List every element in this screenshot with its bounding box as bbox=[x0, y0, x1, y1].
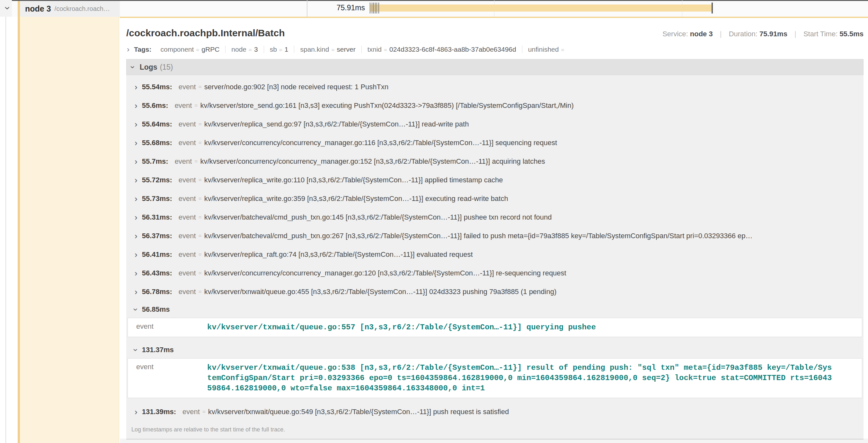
chevron-right-icon: › bbox=[134, 232, 137, 240]
log-field-value: kv/kvserver/txnwait/queue.go:538 [n3,s3,… bbox=[207, 363, 834, 394]
log-row[interactable]: ›56.78ms:event=kv/kvserver/txnwait/queue… bbox=[126, 282, 864, 301]
start-time-label: Start Time: bbox=[803, 30, 837, 38]
log-tick-end bbox=[712, 3, 713, 13]
chevron-right-icon: › bbox=[134, 101, 137, 110]
tags-label: Tags: bbox=[134, 45, 151, 53]
log-row[interactable]: ›55.64ms:event=kv/kvserver/replica_send.… bbox=[126, 115, 864, 134]
log-tick bbox=[370, 3, 370, 13]
span-meta: Service: node 3 | Duration: 75.91ms | St… bbox=[662, 30, 864, 38]
log-tick bbox=[378, 3, 379, 13]
tag-component: component=gRPC bbox=[155, 45, 225, 53]
tags-accordion[interactable]: › Tags: component=gRPC node=3 sb=1 span.… bbox=[126, 45, 864, 59]
column-resizer[interactable] bbox=[307, 0, 307, 17]
span-name-tab[interactable]: node 3 /cockroach.roach… bbox=[20, 1, 120, 17]
log-field-value: kv/kvserver/txnwait/queue.go:557 [n3,s3,… bbox=[207, 322, 834, 333]
duration-value: 75.91ms bbox=[760, 30, 787, 38]
log-row-expanded[interactable]: ›56.85ms bbox=[126, 301, 864, 318]
span-duration-bar[interactable] bbox=[370, 4, 712, 11]
chevron-right-icon: › bbox=[127, 45, 129, 53]
meta-separator: | bbox=[795, 30, 796, 38]
log-detail-table: event kv/kvserver/txnwait/queue.go:557 [… bbox=[127, 318, 862, 337]
log-field-key: event bbox=[128, 363, 207, 394]
log-row[interactable]: ›55.6ms:event=kv/kvserver/store_send.go:… bbox=[126, 96, 864, 115]
span-duration-label: 75.91ms bbox=[337, 3, 365, 12]
chevron-right-icon: › bbox=[134, 120, 137, 128]
logs-count: (15) bbox=[160, 63, 173, 72]
chevron-right-icon: › bbox=[134, 213, 137, 222]
chevron-right-icon: › bbox=[134, 157, 137, 166]
log-row[interactable]: ›55.68ms:event=kv/kvserver/concurrency/c… bbox=[126, 134, 864, 152]
chevron-right-icon: › bbox=[134, 269, 137, 277]
logs-footer-note: Log timestamps are relative to the start… bbox=[126, 421, 864, 439]
log-field-key: event bbox=[128, 322, 207, 333]
log-tick bbox=[376, 3, 377, 13]
row-top-border bbox=[12, 0, 868, 1]
tag-unfinished: unfinished= bbox=[522, 45, 572, 53]
meta-separator: | bbox=[720, 30, 722, 38]
chevron-right-icon: › bbox=[134, 408, 137, 416]
log-row-expanded[interactable]: ›131.37ms bbox=[126, 342, 864, 358]
log-row[interactable]: ›55.73ms:event=kv/kvserver/replica_write… bbox=[126, 190, 864, 208]
log-detail-table: event kv/kvserver/txnwait/queue.go:538 [… bbox=[127, 358, 862, 398]
tag-txnid: txnid=024d3323-6c8f-4863-aa8b-37ab0e6349… bbox=[362, 45, 522, 53]
log-row[interactable]: ›55.72ms:event=kv/kvserver/replica_write… bbox=[126, 171, 864, 190]
log-row[interactable]: ›56.37ms:event=kv/kvserver/batcheval/cmd… bbox=[126, 227, 864, 245]
log-row[interactable]: ›56.31ms:event=kv/kvserver/batcheval/cmd… bbox=[126, 208, 864, 227]
chevron-right-icon: › bbox=[134, 83, 137, 91]
selected-span-highlight-column bbox=[20, 17, 119, 443]
span-operation-name: /cockroach.roach… bbox=[55, 5, 110, 12]
log-tick bbox=[372, 3, 372, 13]
log-row[interactable]: ›56.43ms:event=kv/kvserver/concurrency/c… bbox=[126, 264, 864, 282]
tag-sb: sb=1 bbox=[264, 45, 294, 53]
log-row[interactable]: ›55.54ms:event=server/node.go:902 [n3] n… bbox=[126, 78, 864, 96]
span-detail-panel: /cockroach.roachpb.Internal/Batch Servic… bbox=[120, 17, 868, 439]
log-tick bbox=[375, 3, 375, 13]
log-row[interactable]: ›131.39ms:event=kv/kvserver/txnwait/queu… bbox=[126, 403, 864, 421]
span-color-bar bbox=[18, 1, 20, 443]
logs-accordion-header[interactable]: › Logs (15) bbox=[126, 59, 864, 75]
start-time-value: 55.5ms bbox=[839, 30, 864, 38]
chevron-down-icon: › bbox=[132, 308, 140, 311]
tag-node: node=3 bbox=[225, 45, 264, 53]
chevron-down-icon: › bbox=[129, 66, 137, 69]
chevron-right-icon: › bbox=[134, 287, 137, 296]
service-label: Service: bbox=[662, 30, 688, 38]
span-detail-title: /cockroach.roachpb.Internal/Batch bbox=[126, 28, 285, 38]
chevron-down-icon[interactable]: › bbox=[3, 6, 13, 10]
tag-span-kind: span.kind=server bbox=[294, 45, 362, 53]
log-row[interactable]: ›55.7ms:event=kv/kvserver/concurrency/co… bbox=[126, 152, 864, 171]
logs-title: Logs bbox=[140, 63, 157, 72]
chevron-right-icon: › bbox=[134, 176, 137, 184]
service-value: node 3 bbox=[690, 30, 713, 38]
span-timeline-row: › node 3 /cockroach.roach… 75.91ms bbox=[0, 0, 868, 17]
duration-label: Duration: bbox=[729, 30, 757, 38]
logs-list: ›55.54ms:event=server/node.go:902 [n3] n… bbox=[126, 75, 864, 440]
chevron-right-icon: › bbox=[134, 250, 137, 259]
chevron-down-icon: › bbox=[132, 349, 140, 351]
span-service-name: node 3 bbox=[25, 4, 51, 13]
page-left-divider bbox=[5, 0, 6, 443]
chevron-right-icon: › bbox=[134, 195, 137, 203]
log-tick bbox=[373, 3, 374, 13]
log-row[interactable]: ›56.41ms:event=kv/kvserver/replica_raft.… bbox=[126, 245, 864, 264]
chevron-right-icon: › bbox=[134, 139, 137, 147]
span-detail-header: /cockroach.roachpb.Internal/Batch Servic… bbox=[126, 18, 864, 45]
